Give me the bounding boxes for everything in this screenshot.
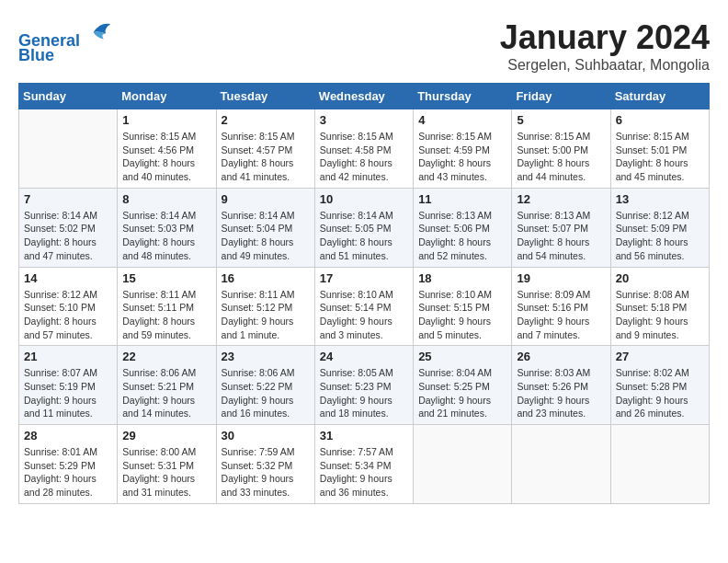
calendar-day-cell: 9Sunrise: 8:14 AMSunset: 5:04 PMDaylight… xyxy=(216,188,314,267)
day-number: 25 xyxy=(418,350,506,363)
calendar-day-cell: 25Sunrise: 8:04 AMSunset: 5:25 PMDayligh… xyxy=(414,346,512,425)
day-number: 18 xyxy=(418,271,506,285)
day-number: 16 xyxy=(222,271,310,285)
calendar-day-cell: 21Sunrise: 8:07 AMSunset: 5:19 PMDayligh… xyxy=(19,346,118,425)
calendar-day-cell: 23Sunrise: 8:06 AMSunset: 5:22 PMDayligh… xyxy=(216,346,314,425)
calendar-day-cell xyxy=(610,425,709,504)
day-number: 9 xyxy=(222,192,310,206)
calendar-day-cell: 30Sunrise: 7:59 AMSunset: 5:32 PMDayligh… xyxy=(216,425,314,504)
calendar-day-cell: 20Sunrise: 8:08 AMSunset: 5:18 PMDayligh… xyxy=(610,267,709,346)
calendar-week-row: 28Sunrise: 8:01 AMSunset: 5:29 PMDayligh… xyxy=(19,425,710,504)
calendar-day-cell: 27Sunrise: 8:02 AMSunset: 5:28 PMDayligh… xyxy=(610,346,709,425)
day-number: 8 xyxy=(122,192,210,206)
day-info: Sunrise: 8:01 AMSunset: 5:29 PMDaylight:… xyxy=(24,445,112,500)
calendar-day-cell: 18Sunrise: 8:10 AMSunset: 5:15 PMDayligh… xyxy=(414,267,512,346)
day-number: 1 xyxy=(122,113,210,127)
day-info: Sunrise: 8:15 AMSunset: 4:56 PMDaylight:… xyxy=(122,130,210,184)
day-of-week-header: Wednesday xyxy=(314,84,413,109)
calendar-day-cell: 24Sunrise: 8:05 AMSunset: 5:23 PMDayligh… xyxy=(314,346,413,425)
calendar-week-row: 7Sunrise: 8:14 AMSunset: 5:02 PMDaylight… xyxy=(19,188,710,267)
calendar-table: SundayMondayTuesdayWednesdayThursdayFrid… xyxy=(18,83,710,504)
main-title: January 2024 xyxy=(500,18,710,57)
day-info: Sunrise: 8:15 AMSunset: 4:58 PMDaylight:… xyxy=(320,130,408,184)
day-number: 26 xyxy=(517,350,605,363)
calendar-day-cell: 26Sunrise: 8:03 AMSunset: 5:26 PMDayligh… xyxy=(512,346,610,425)
day-info: Sunrise: 8:15 AMSunset: 5:00 PMDaylight:… xyxy=(517,130,605,184)
day-number: 12 xyxy=(517,192,605,206)
day-number: 4 xyxy=(418,113,506,127)
day-info: Sunrise: 8:12 AMSunset: 5:09 PMDaylight:… xyxy=(616,209,704,263)
calendar-day-cell: 31Sunrise: 7:57 AMSunset: 5:34 PMDayligh… xyxy=(314,425,413,504)
day-info: Sunrise: 8:06 AMSunset: 5:22 PMDaylight:… xyxy=(222,366,310,420)
day-info: Sunrise: 8:12 AMSunset: 5:10 PMDaylight:… xyxy=(24,288,112,342)
day-info: Sunrise: 8:05 AMSunset: 5:23 PMDaylight:… xyxy=(320,366,408,420)
day-info: Sunrise: 8:10 AMSunset: 5:15 PMDaylight:… xyxy=(418,288,506,342)
calendar-day-cell: 2Sunrise: 8:15 AMSunset: 4:57 PMDaylight… xyxy=(216,109,314,189)
day-number: 20 xyxy=(616,271,704,285)
calendar-week-row: 21Sunrise: 8:07 AMSunset: 5:19 PMDayligh… xyxy=(19,346,710,425)
day-of-week-header: Monday xyxy=(118,84,216,109)
calendar-day-cell: 3Sunrise: 8:15 AMSunset: 4:58 PMDaylight… xyxy=(314,109,413,189)
calendar-day-cell: 12Sunrise: 8:13 AMSunset: 5:07 PMDayligh… xyxy=(512,188,610,267)
calendar-week-row: 1Sunrise: 8:15 AMSunset: 4:56 PMDaylight… xyxy=(19,109,710,189)
calendar-week-row: 14Sunrise: 8:12 AMSunset: 5:10 PMDayligh… xyxy=(19,267,710,346)
calendar-day-cell: 4Sunrise: 8:15 AMSunset: 4:59 PMDaylight… xyxy=(414,109,512,189)
day-number: 30 xyxy=(222,429,310,442)
day-number: 5 xyxy=(517,113,605,127)
day-number: 6 xyxy=(616,113,704,127)
day-info: Sunrise: 8:06 AMSunset: 5:21 PMDaylight:… xyxy=(122,366,210,420)
day-info: Sunrise: 8:07 AMSunset: 5:19 PMDaylight:… xyxy=(24,366,112,420)
logo-bird-icon xyxy=(86,18,114,46)
day-info: Sunrise: 8:15 AMSunset: 5:01 PMDaylight:… xyxy=(616,130,704,184)
day-info: Sunrise: 8:11 AMSunset: 5:11 PMDaylight:… xyxy=(122,288,210,342)
logo: General Blue xyxy=(18,18,114,65)
day-info: Sunrise: 8:08 AMSunset: 5:18 PMDaylight:… xyxy=(616,288,704,342)
calendar-day-cell: 15Sunrise: 8:11 AMSunset: 5:11 PMDayligh… xyxy=(118,267,216,346)
day-number: 28 xyxy=(24,429,112,442)
day-number: 19 xyxy=(517,271,605,285)
day-number: 14 xyxy=(24,271,112,285)
day-info: Sunrise: 8:04 AMSunset: 5:25 PMDaylight:… xyxy=(418,366,506,420)
calendar-day-cell xyxy=(19,109,118,189)
day-number: 13 xyxy=(616,192,704,206)
calendar-day-cell: 10Sunrise: 8:14 AMSunset: 5:05 PMDayligh… xyxy=(314,188,413,267)
page-header: General Blue January 2024 Sergelen, Suhb… xyxy=(18,18,710,74)
calendar-day-cell: 11Sunrise: 8:13 AMSunset: 5:06 PMDayligh… xyxy=(414,188,512,267)
day-info: Sunrise: 8:00 AMSunset: 5:31 PMDaylight:… xyxy=(122,445,210,500)
day-number: 17 xyxy=(320,271,408,285)
calendar-day-cell: 7Sunrise: 8:14 AMSunset: 5:02 PMDaylight… xyxy=(19,188,118,267)
calendar-day-cell: 19Sunrise: 8:09 AMSunset: 5:16 PMDayligh… xyxy=(512,267,610,346)
day-info: Sunrise: 8:02 AMSunset: 5:28 PMDaylight:… xyxy=(616,366,704,420)
day-of-week-header: Saturday xyxy=(610,84,709,109)
day-number: 23 xyxy=(222,350,310,363)
day-number: 3 xyxy=(320,113,408,127)
calendar-day-cell: 28Sunrise: 8:01 AMSunset: 5:29 PMDayligh… xyxy=(19,425,118,504)
day-number: 29 xyxy=(122,429,210,442)
day-number: 31 xyxy=(320,429,408,442)
day-info: Sunrise: 7:57 AMSunset: 5:34 PMDaylight:… xyxy=(320,445,408,500)
calendar-day-cell: 13Sunrise: 8:12 AMSunset: 5:09 PMDayligh… xyxy=(610,188,709,267)
day-of-week-header: Thursday xyxy=(414,84,512,109)
day-of-week-header: Sunday xyxy=(19,84,118,109)
day-info: Sunrise: 8:14 AMSunset: 5:05 PMDaylight:… xyxy=(320,209,408,263)
calendar-day-cell: 17Sunrise: 8:10 AMSunset: 5:14 PMDayligh… xyxy=(314,267,413,346)
calendar-day-cell xyxy=(414,425,512,504)
calendar-day-cell: 5Sunrise: 8:15 AMSunset: 5:00 PMDaylight… xyxy=(512,109,610,189)
calendar-header-row: SundayMondayTuesdayWednesdayThursdayFrid… xyxy=(19,84,710,109)
day-number: 2 xyxy=(222,113,310,127)
calendar-day-cell xyxy=(512,425,610,504)
day-info: Sunrise: 8:09 AMSunset: 5:16 PMDaylight:… xyxy=(517,288,605,342)
day-of-week-header: Friday xyxy=(512,84,610,109)
calendar-day-cell: 8Sunrise: 8:14 AMSunset: 5:03 PMDaylight… xyxy=(118,188,216,267)
day-info: Sunrise: 8:15 AMSunset: 4:57 PMDaylight:… xyxy=(222,130,310,184)
day-info: Sunrise: 8:03 AMSunset: 5:26 PMDaylight:… xyxy=(517,366,605,420)
day-number: 22 xyxy=(122,350,210,363)
calendar-day-cell: 16Sunrise: 8:11 AMSunset: 5:12 PMDayligh… xyxy=(216,267,314,346)
subtitle: Sergelen, Suhbaatar, Mongolia xyxy=(500,57,710,74)
day-number: 10 xyxy=(320,192,408,206)
day-number: 11 xyxy=(418,192,506,206)
day-number: 7 xyxy=(24,192,112,206)
day-info: Sunrise: 8:14 AMSunset: 5:04 PMDaylight:… xyxy=(222,209,310,263)
calendar-day-cell: 29Sunrise: 8:00 AMSunset: 5:31 PMDayligh… xyxy=(118,425,216,504)
day-info: Sunrise: 8:11 AMSunset: 5:12 PMDaylight:… xyxy=(222,288,310,342)
